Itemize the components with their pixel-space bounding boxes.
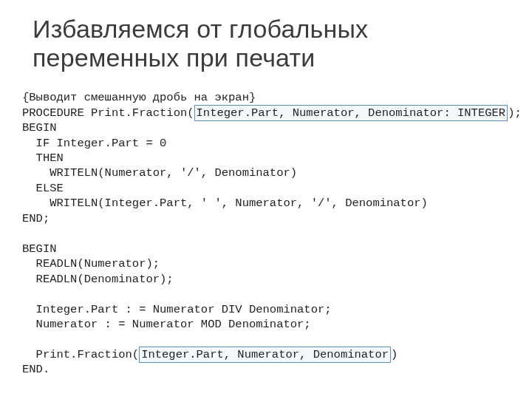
- code-line: WRITELN(Integer.Part, ' ', Numerator, '/…: [22, 197, 428, 210]
- code-line: BEGIN: [22, 121, 57, 134]
- code-line: Numerator : = Numerator MOD Denominator;: [22, 318, 311, 331]
- code-line: BEGIN: [22, 242, 57, 256]
- code-block: {Выводит смешанную дробь на экран} PROCE…: [22, 90, 510, 378]
- code-line: Print.Fraction(: [22, 348, 139, 361]
- code-line: WRITELN(Numerator, '/', Denominator): [22, 166, 297, 180]
- code-line: THEN: [22, 151, 64, 165]
- code-line: Integer.Part : = Numerator DIV Denominat…: [22, 303, 332, 316]
- code-line: );: [508, 106, 522, 120]
- slide-container: Избавляемся от глобальных переменных при…: [0, 0, 532, 399]
- code-line: ELSE: [22, 182, 64, 195]
- code-line: {Выводит смешанную дробь на экран}: [22, 91, 256, 104]
- highlight-proc-params: Integer.Part, Numerator, Denominator: IN…: [194, 105, 508, 121]
- highlight-call-args: Integer.Part, Numerator, Denominator: [139, 347, 391, 363]
- slide-title: Избавляемся от глобальных переменных при…: [33, 15, 510, 72]
- code-line: READLN(Denominator);: [22, 273, 174, 286]
- code-line: END;: [22, 212, 50, 225]
- code-line: ): [391, 348, 398, 361]
- code-line: READLN(Numerator);: [22, 257, 160, 270]
- code-line: PROCEDURE Print.Fraction(: [22, 106, 194, 120]
- code-line: IF Integer.Part = 0: [22, 137, 166, 150]
- code-line: END.: [22, 363, 50, 376]
